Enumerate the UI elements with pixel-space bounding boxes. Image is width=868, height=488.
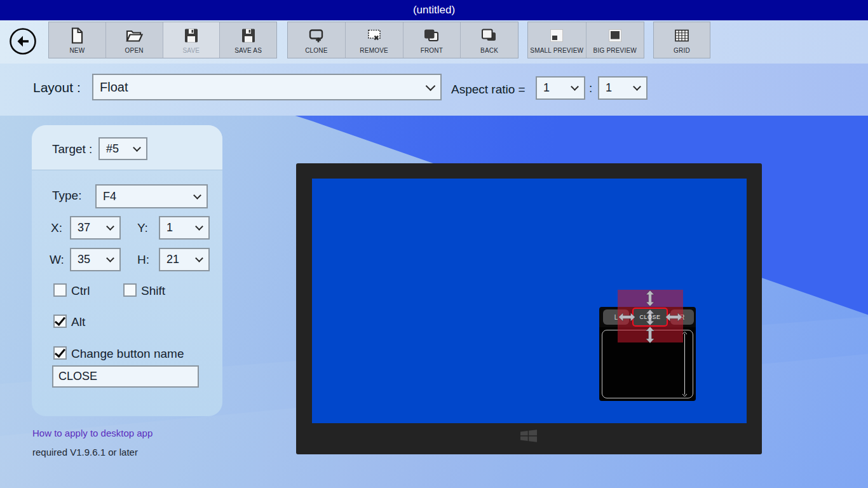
save-as-button[interactable]: SAVE AS: [220, 22, 276, 58]
window-title: (untitled): [413, 4, 455, 17]
w-select[interactable]: 35: [70, 248, 121, 271]
chevron-down-icon: [633, 83, 641, 91]
h-select-value: 21: [166, 253, 179, 266]
properties-panel: Target : #5 Type: F4 X: 37 Y: 1 W: 35 H:…: [32, 125, 222, 416]
small-preview-icon: [548, 25, 566, 46]
new-button[interactable]: NEW: [49, 22, 106, 58]
remove-button-label: REMOVE: [360, 47, 388, 54]
alt-checkbox[interactable]: [53, 315, 67, 328]
send-to-back-button-label: BACK: [480, 47, 498, 54]
h-select[interactable]: 21: [159, 248, 210, 271]
how-to-apply-link[interactable]: How to apply to desktop app: [32, 428, 153, 438]
scroll-down-icon: [682, 393, 688, 397]
front-button[interactable]: FRONT: [403, 22, 461, 58]
y-select[interactable]: 1: [159, 216, 210, 240]
new-document-icon: [68, 25, 86, 46]
chevron-down-icon: [195, 254, 203, 262]
move-left-arrow-icon: [618, 313, 635, 322]
x-select-value: 37: [78, 221, 90, 234]
y-select-value: 1: [166, 221, 173, 234]
h-label: H:: [137, 253, 149, 267]
chevron-down-icon: [133, 144, 141, 152]
save-button[interactable]: SAVE: [163, 22, 220, 58]
preview-close-button-label: CLOSE: [639, 314, 660, 320]
layout-label: Layout :: [33, 80, 81, 95]
target-select[interactable]: #5: [98, 137, 147, 160]
change-button-name-checkbox[interactable]: [53, 346, 67, 360]
grid-button[interactable]: GRID: [654, 22, 710, 58]
ctrl-checkbox[interactable]: [53, 283, 67, 297]
y-label: Y:: [137, 221, 148, 235]
version-requirement-note: required V1.9.6.1 or later: [32, 447, 138, 458]
ctrl-label: Ctrl: [71, 284, 90, 298]
chevron-down-icon: [426, 81, 436, 91]
chevron-down-icon: [106, 254, 114, 262]
aspect-ratio-width-select[interactable]: 1: [536, 76, 585, 100]
clone-button-label: CLONE: [305, 47, 327, 54]
title-bar: (untitled): [0, 0, 868, 20]
alt-label: Alt: [71, 315, 85, 329]
aspect-ratio-label: Aspect ratio =: [451, 83, 526, 97]
open-button[interactable]: OPEN: [106, 22, 163, 58]
move-right-arrow-icon: [665, 313, 682, 322]
aspect-ratio-height-value: 1: [606, 81, 612, 95]
grid-button-label: GRID: [674, 47, 690, 54]
scrollbar-line: [684, 334, 685, 395]
type-label: Type:: [52, 189, 81, 203]
back-to-back-button[interactable]: BACK: [461, 22, 518, 58]
move-down-arrow-icon: [646, 327, 654, 343]
back-arrow-icon: [9, 27, 37, 55]
aspect-ratio-separator: :: [589, 81, 592, 95]
type-select[interactable]: F4: [95, 184, 208, 208]
shift-label: Shift: [141, 284, 165, 298]
bring-to-front-icon: [422, 25, 441, 46]
chevron-down-icon: [193, 191, 201, 200]
change-button-name-label: Change button name: [71, 347, 184, 361]
chevron-down-icon: [106, 222, 114, 231]
remove-icon: [365, 25, 384, 46]
layout-select[interactable]: Float: [92, 74, 442, 100]
send-to-back-icon: [480, 25, 499, 46]
target-label: Target :: [52, 142, 92, 156]
preview-close-button-selected[interactable]: CLOSE: [632, 308, 668, 327]
grid-icon: [672, 25, 691, 46]
move-up-arrow-icon: [646, 290, 654, 306]
x-select[interactable]: 37: [70, 216, 121, 240]
clone-icon: [307, 25, 326, 46]
x-label: X:: [51, 221, 62, 235]
shift-checkbox[interactable]: [123, 283, 137, 297]
remove-button[interactable]: REMOVE: [346, 22, 403, 58]
chevron-down-icon: [571, 83, 579, 91]
back-button[interactable]: [9, 27, 37, 55]
toolbar-group-file: NEW OPEN SAVE SAVE AS: [48, 22, 277, 58]
open-button-label: OPEN: [125, 47, 144, 54]
big-preview-button[interactable]: BIG PREVIEW: [587, 22, 644, 58]
open-folder-icon: [125, 25, 144, 46]
save-button-label: SAVE: [183, 47, 200, 54]
new-button-label: NEW: [69, 47, 85, 54]
type-select-value: F4: [103, 190, 116, 203]
aspect-ratio-width-value: 1: [543, 81, 550, 95]
front-button-label: FRONT: [421, 47, 443, 54]
w-select-value: 35: [78, 253, 90, 266]
w-label: W:: [50, 253, 64, 267]
button-name-input[interactable]: [52, 365, 199, 388]
aspect-ratio-height-select[interactable]: 1: [598, 76, 648, 100]
save-icon: [182, 25, 200, 46]
big-preview-icon: [606, 25, 624, 46]
small-preview-button[interactable]: SMALL PREVIEW: [528, 22, 587, 58]
clone-button[interactable]: CLONE: [288, 22, 346, 58]
chevron-down-icon: [195, 222, 203, 231]
windows-logo-icon: [520, 430, 537, 442]
save-as-button-label: SAVE AS: [234, 47, 262, 54]
save-as-icon: [240, 25, 257, 46]
target-select-value: #5: [106, 142, 119, 156]
big-preview-button-label: BIG PREVIEW: [593, 47, 637, 54]
toolbar-group-preview: SMALL PREVIEW BIG PREVIEW: [527, 22, 644, 58]
toolbar-group-grid: GRID: [653, 22, 710, 58]
toolbar-group-edit: CLONE REMOVE FRONT BACK: [287, 22, 519, 58]
layout-select-value: Float: [100, 80, 128, 95]
small-preview-button-label: SMALL PREVIEW: [530, 47, 583, 54]
